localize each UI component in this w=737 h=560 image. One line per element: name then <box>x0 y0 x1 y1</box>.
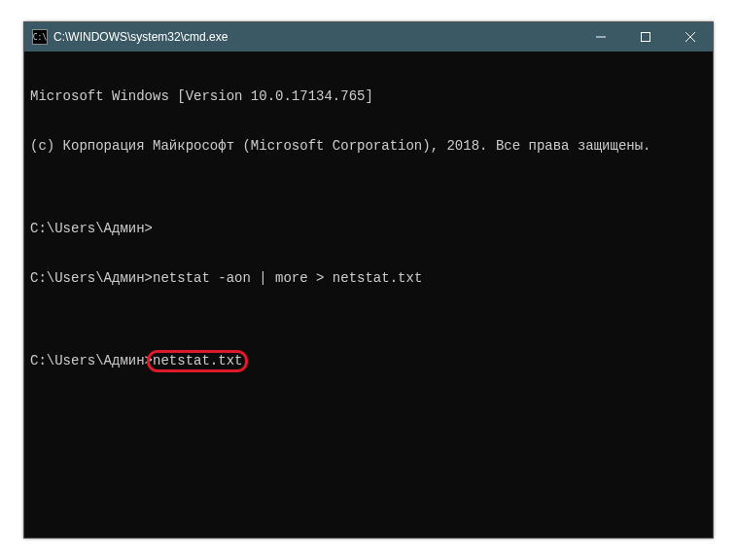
terminal-output[interactable]: Microsoft Windows [Version 10.0.17134.76… <box>24 52 713 538</box>
prompt-line: C:\Users\Админ>netstat -aon | more > net… <box>30 270 707 287</box>
cmd-window: C:\ C:\WINDOWS\system32\cmd.exe Microsof… <box>23 21 714 539</box>
prompt-line: C:\Users\Админ>netstat.txt <box>30 353 707 369</box>
maximize-icon <box>641 32 650 42</box>
cmd-icon: C:\ <box>32 29 48 45</box>
minimize-button[interactable] <box>579 22 623 52</box>
prompt-prefix: C:\Users\Админ> <box>30 270 153 286</box>
window-controls <box>579 22 713 52</box>
prompt-line: C:\Users\Админ> <box>30 221 707 237</box>
titlebar[interactable]: C:\ C:\WINDOWS\system32\cmd.exe <box>24 22 713 52</box>
output-line: Microsoft Windows [Version 10.0.17134.76… <box>30 88 707 105</box>
highlighted-command: netstat.txt <box>153 353 242 369</box>
minimize-icon <box>596 32 606 42</box>
prompt-prefix: C:\Users\Админ> <box>30 353 153 368</box>
window-title: C:\WINDOWS\system32\cmd.exe <box>53 30 579 44</box>
close-icon <box>685 32 695 42</box>
svg-rect-1 <box>642 33 650 42</box>
command-text: netstat -aon | more > netstat.txt <box>153 270 422 286</box>
maximize-button[interactable] <box>623 22 668 52</box>
output-line: (c) Корпорация Майкрософт (Microsoft Cor… <box>30 138 707 155</box>
close-button[interactable] <box>668 22 713 52</box>
command-text: netstat.txt <box>153 353 242 368</box>
